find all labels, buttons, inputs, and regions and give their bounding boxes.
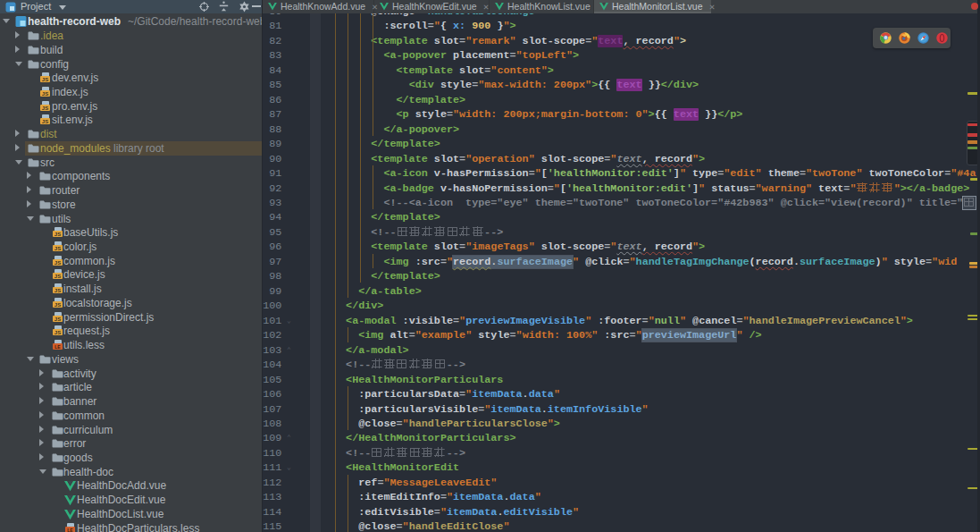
- svg-text:JS: JS: [54, 330, 61, 335]
- svg-text:LE: LE: [67, 528, 73, 532]
- svg-text:JS: JS: [54, 302, 61, 308]
- svg-text:JS: JS: [54, 288, 61, 293]
- svg-text:JS: JS: [42, 91, 48, 97]
- svg-text:JS: JS: [42, 106, 48, 111]
- svg-text:JS: JS: [54, 317, 61, 322]
- svg-text:JS: JS: [54, 260, 61, 266]
- svg-text:JS: JS: [42, 119, 48, 124]
- svg-text:LE: LE: [54, 344, 61, 350]
- svg-text:JS: JS: [54, 246, 61, 251]
- svg-text:JS: JS: [42, 77, 48, 82]
- svg-text:JS: JS: [54, 274, 61, 279]
- svg-text:JS: JS: [54, 232, 61, 237]
